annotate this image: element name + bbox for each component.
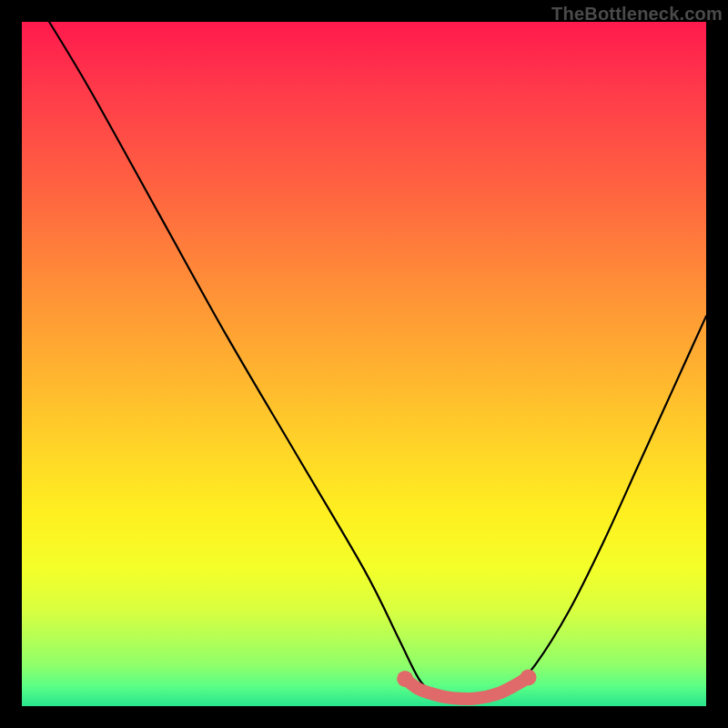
plot-gradient-background [22,22,706,706]
chart-root: TheBottleneck.com [0,0,728,728]
